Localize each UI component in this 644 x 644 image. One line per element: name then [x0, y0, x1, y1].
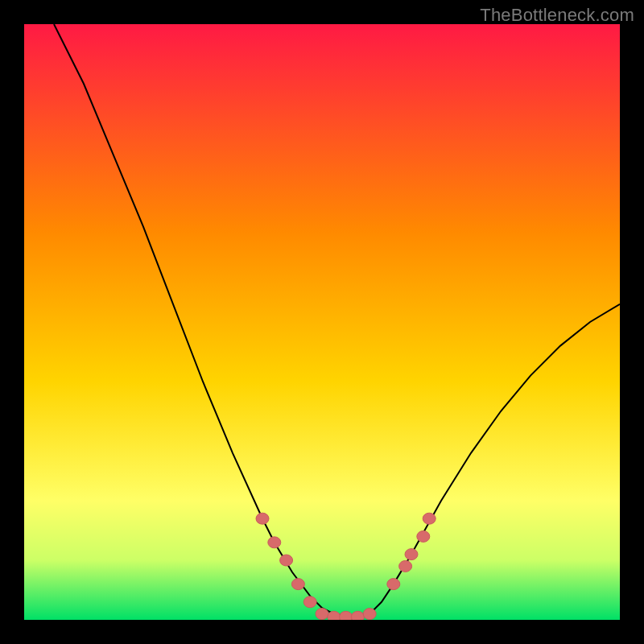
- curve-marker: [340, 611, 353, 620]
- curve-marker: [328, 611, 341, 620]
- plot-area: [24, 24, 620, 620]
- curve-marker: [405, 549, 418, 560]
- curve-marker: [423, 513, 436, 524]
- curve-marker: [351, 611, 364, 620]
- curve-marker: [417, 530, 430, 542]
- curve-marker: [399, 560, 412, 572]
- watermark-text: TheBottleneck.com: [480, 5, 634, 26]
- curve-marker: [316, 609, 328, 620]
- curve-marker: [291, 579, 304, 590]
- curve-marker: [303, 597, 316, 608]
- curve-marker: [256, 513, 269, 524]
- chart-frame: TheBottleneck.com: [0, 0, 644, 644]
- curve-marker: [280, 555, 293, 566]
- curve-marker: [268, 537, 281, 548]
- curve-marker: [363, 609, 376, 620]
- curve-marker: [387, 579, 400, 590]
- bottleneck-curve: [24, 24, 620, 620]
